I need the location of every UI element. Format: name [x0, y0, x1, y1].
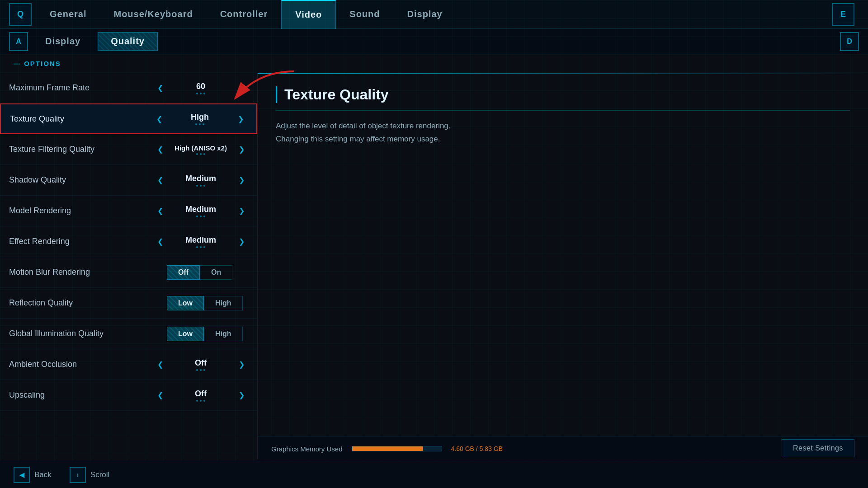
arrow-right-texture-quality[interactable]: ❯	[234, 112, 247, 126]
setting-row-model-rendering[interactable]: Model Rendering ❮ Medium ❯	[0, 196, 257, 226]
memory-section: Graphics Memory Used 4.60 GB / 5.83 GB	[258, 436, 868, 461]
setting-value-texture-quality: High	[166, 113, 234, 122]
setting-row-upscaling[interactable]: Upscaling ❮ Off ❯	[0, 380, 257, 411]
memory-label: Graphics Memory Used	[271, 445, 343, 453]
setting-row-global-illumination[interactable]: Global Illumination Quality Low High	[0, 319, 257, 349]
arrow-right-shadow-quality[interactable]: ❯	[235, 174, 248, 187]
setting-name-motion-blur: Motion Blur Rendering	[9, 267, 167, 277]
scroll-icon: ↕	[70, 467, 86, 483]
arrow-right-effect-rendering[interactable]: ❯	[235, 235, 248, 249]
top-nav: Q General Mouse/Keyboard Controller Vide…	[0, 0, 868, 29]
setting-row-max-frame-rate[interactable]: Maximum Frame Rate ❮ 60 ❯	[0, 73, 257, 103]
sub-nav-left-icon[interactable]: A	[9, 32, 28, 51]
detail-title: Texture Quality	[276, 86, 850, 103]
nav-right-icon[interactable]: E	[832, 3, 854, 26]
scroll-label: Scroll	[90, 470, 110, 479]
setting-name-shadow-quality: Shadow Quality	[9, 175, 153, 185]
tab-sound[interactable]: Sound	[336, 0, 393, 29]
tab-video[interactable]: Video	[281, 0, 336, 29]
setting-name-texture-quality: Texture Quality	[10, 114, 152, 124]
tab-controller[interactable]: Controller	[207, 0, 282, 29]
arrow-left-model-rendering[interactable]: ❮	[153, 204, 167, 218]
setting-row-shadow-quality[interactable]: Shadow Quality ❮ Medium ❯	[0, 165, 257, 196]
sub-nav-right-icon[interactable]: D	[840, 32, 859, 51]
nav-left-icon[interactable]: Q	[9, 3, 32, 26]
setting-row-texture-quality[interactable]: Texture Quality ❮ High ❯	[0, 103, 257, 134]
toggle-reflection: Low High	[167, 296, 248, 310]
memory-bar-bg	[352, 446, 442, 451]
arrow-right-texture-filtering[interactable]: ❯	[235, 143, 248, 156]
setting-name-max-frame-rate: Maximum Frame Rate	[9, 83, 153, 93]
arrow-left-ambient-occlusion[interactable]: ❮	[153, 358, 167, 371]
arrow-right-max-frame-rate[interactable]: ❯	[235, 81, 248, 95]
setting-name-upscaling: Upscaling	[9, 390, 153, 400]
arrow-left-max-frame-rate[interactable]: ❮	[153, 81, 167, 95]
back-label: Back	[34, 470, 52, 479]
arrow-left-texture-quality[interactable]: ❮	[152, 112, 166, 126]
bottom-action-back[interactable]: ◀ Back	[14, 467, 52, 483]
sub-tab-display[interactable]: Display	[33, 33, 93, 50]
toggle-reflection-low[interactable]: Low	[167, 296, 204, 310]
setting-value-shadow-quality: Medium	[167, 174, 235, 183]
setting-row-motion-blur[interactable]: Motion Blur Rendering Off On	[0, 257, 257, 288]
toggle-gi-low[interactable]: Low	[167, 327, 204, 341]
sub-tab-quality[interactable]: Quality	[98, 32, 158, 51]
arrow-left-shadow-quality[interactable]: ❮	[153, 174, 167, 187]
toggle-motion-blur: Off On	[167, 265, 248, 280]
setting-row-ambient-occlusion[interactable]: Ambient Occlusion ❮ Off ❯	[0, 349, 257, 380]
options-section-header: — OPTIONS	[0, 54, 868, 73]
tab-general[interactable]: General	[36, 0, 100, 29]
arrow-left-upscaling[interactable]: ❮	[153, 389, 167, 402]
main-content: Maximum Frame Rate ❮ 60 ❯ Texture Qualit…	[0, 73, 868, 460]
reset-settings-button[interactable]: Reset Settings	[782, 439, 854, 457]
setting-name-global-illumination: Global Illumination Quality	[9, 329, 167, 338]
setting-row-effect-rendering[interactable]: Effect Rendering ❮ Medium ❯	[0, 226, 257, 257]
setting-name-texture-filtering: Texture Filtering Quality	[9, 145, 153, 154]
sub-nav: A Display Quality D	[0, 29, 868, 54]
setting-value-max-frame-rate: 60	[167, 82, 235, 91]
toggle-reflection-high[interactable]: High	[204, 296, 243, 310]
toggle-motion-blur-off[interactable]: Off	[167, 265, 200, 280]
setting-row-reflection-quality[interactable]: Reflection Quality Low High	[0, 288, 257, 319]
setting-row-texture-filtering[interactable]: Texture Filtering Quality ❮ High (ANISO …	[0, 134, 257, 165]
toggle-gi-high[interactable]: High	[204, 327, 243, 341]
setting-value-ambient-occlusion: Off	[167, 358, 235, 368]
toggle-global-illumination: Low High	[167, 327, 248, 341]
setting-value-model-rendering: Medium	[167, 205, 235, 214]
arrow-left-texture-filtering[interactable]: ❮	[153, 143, 167, 156]
options-label: — OPTIONS	[14, 60, 61, 67]
arrow-right-upscaling[interactable]: ❯	[235, 389, 248, 402]
memory-value: 4.60 GB / 5.83 GB	[451, 445, 503, 452]
tab-mouse-keyboard[interactable]: Mouse/Keyboard	[100, 0, 206, 29]
setting-name-model-rendering: Model Rendering	[9, 206, 153, 216]
memory-bar-fill	[352, 446, 423, 451]
settings-list: Maximum Frame Rate ❮ 60 ❯ Texture Qualit…	[0, 73, 258, 460]
setting-name-effect-rendering: Effect Rendering	[9, 237, 153, 246]
detail-divider	[276, 110, 850, 111]
setting-value-upscaling: Off	[167, 389, 235, 399]
detail-panel: Texture Quality Adjust the level of deta…	[258, 73, 868, 460]
arrow-right-model-rendering[interactable]: ❯	[235, 204, 248, 218]
detail-top-line	[258, 73, 868, 74]
setting-name-reflection-quality: Reflection Quality	[9, 298, 167, 308]
setting-name-ambient-occlusion: Ambient Occlusion	[9, 360, 153, 369]
setting-value-effect-rendering: Medium	[167, 235, 235, 245]
arrow-right-ambient-occlusion[interactable]: ❯	[235, 358, 248, 371]
back-icon: ◀	[14, 467, 30, 483]
tab-display[interactable]: Display	[394, 0, 456, 29]
toggle-motion-blur-on[interactable]: On	[200, 265, 232, 280]
detail-description: Adjust the level of detail of object tex…	[276, 120, 850, 146]
bottom-action-scroll[interactable]: ↕ Scroll	[70, 467, 110, 483]
arrow-left-effect-rendering[interactable]: ❮	[153, 235, 167, 249]
setting-value-texture-filtering: High (ANISO x2)	[167, 144, 235, 152]
bottom-bar: ◀ Back ↕ Scroll	[0, 461, 868, 488]
